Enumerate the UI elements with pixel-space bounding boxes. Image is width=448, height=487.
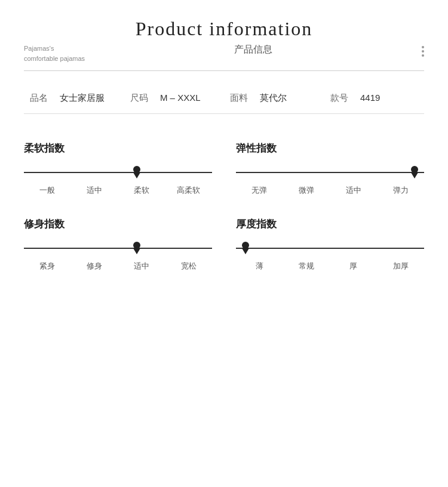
slider-label: 无弹 xyxy=(236,185,283,196)
slider-label: 适中 xyxy=(118,261,165,272)
slider-track xyxy=(236,248,424,249)
info-label: 面料 xyxy=(230,93,248,104)
slider-label: 常规 xyxy=(283,261,330,272)
slider-label: 薄 xyxy=(236,261,283,272)
page-container: Product information Pajamas's comfortabl… xyxy=(0,0,448,487)
pin-tail xyxy=(242,248,249,254)
info-row: 面料 莫代尔 款号 4419 xyxy=(224,83,424,114)
index-block-thickness: 厚度指数 薄常规厚加厚 xyxy=(236,201,424,272)
slider-track-container xyxy=(236,164,424,181)
info-cell: 尺码 M – XXXL xyxy=(124,83,225,114)
dot-icon xyxy=(422,54,424,57)
slider-label: 一般 xyxy=(24,185,71,196)
slider-labels: 紧身修身适中宽松 xyxy=(24,261,212,272)
title-cn: 产品信息 xyxy=(85,44,422,56)
dot-icon xyxy=(422,46,424,48)
pin-tail xyxy=(411,172,418,178)
slider-label: 适中 xyxy=(71,185,118,196)
info-cell: 款号 4419 xyxy=(324,83,425,114)
slider-track xyxy=(24,172,212,173)
header: Product information Pajamas's comfortabl… xyxy=(24,18,424,71)
product-info-grid: 品名 女士家居服 尺码 M – XXXL 面料 莫代尔 款号 4419 xyxy=(24,83,424,114)
slider-labels: 一般适中柔软高柔软 xyxy=(24,185,212,196)
index-block-elasticity: 弹性指数 无弹微弹适中弹力 xyxy=(236,125,424,196)
index-title: 柔软指数 xyxy=(24,141,212,155)
slider-pin xyxy=(132,242,142,255)
slider-label: 高柔软 xyxy=(165,185,212,196)
slider-label: 紧身 xyxy=(24,261,71,272)
slider-label: 柔软 xyxy=(118,185,165,196)
more-options-button[interactable] xyxy=(422,44,424,57)
pin-tail xyxy=(133,172,140,178)
slider-track-container xyxy=(236,239,424,257)
slider-track-container xyxy=(24,164,212,181)
slider-labels: 薄常规厚加厚 xyxy=(236,261,424,272)
info-label: 尺码 xyxy=(130,93,148,104)
index-title: 厚度指数 xyxy=(236,217,424,231)
slider-pin xyxy=(132,166,142,179)
index-block-fit: 修身指数 紧身修身适中宽松 xyxy=(24,201,212,272)
slider-label: 厚 xyxy=(330,261,378,272)
title-en: Product information xyxy=(24,18,424,40)
slider-label: 修身 xyxy=(71,261,118,272)
slider-track-container xyxy=(24,239,212,257)
info-value: 莫代尔 xyxy=(260,93,287,103)
index-title: 弹性指数 xyxy=(236,141,424,155)
info-cell: 品名 女士家居服 xyxy=(24,83,124,114)
slider-track xyxy=(236,172,424,173)
header-subtitle: Pajamas's comfortable pajamas xyxy=(24,44,85,63)
pin-tail xyxy=(133,248,140,254)
slider-track xyxy=(24,248,212,249)
info-value: M – XXXL xyxy=(160,93,201,103)
info-cell: 面料 莫代尔 xyxy=(224,83,324,114)
index-block-softness: 柔软指数 一般适中柔软高柔软 xyxy=(24,125,212,196)
slider-label: 适中 xyxy=(330,185,378,196)
index-title: 修身指数 xyxy=(24,217,212,231)
slider-label: 加厚 xyxy=(377,261,424,272)
info-value: 4419 xyxy=(360,93,380,103)
slider-label: 微弹 xyxy=(283,185,330,196)
slider-pin xyxy=(241,242,250,255)
slider-labels: 无弹微弹适中弹力 xyxy=(236,185,424,196)
dot-icon xyxy=(422,50,424,53)
slider-label: 宽松 xyxy=(165,261,212,272)
slider-label: 弹力 xyxy=(377,185,424,196)
slider-pin xyxy=(410,166,419,179)
info-label: 款号 xyxy=(330,93,348,104)
info-value: 女士家居服 xyxy=(60,93,105,103)
index-grid: 柔软指数 一般适中柔软高柔软 弹性指数 xyxy=(24,120,424,272)
info-row: 品名 女士家居服 尺码 M – XXXL xyxy=(24,83,224,114)
info-label: 品名 xyxy=(30,93,48,104)
